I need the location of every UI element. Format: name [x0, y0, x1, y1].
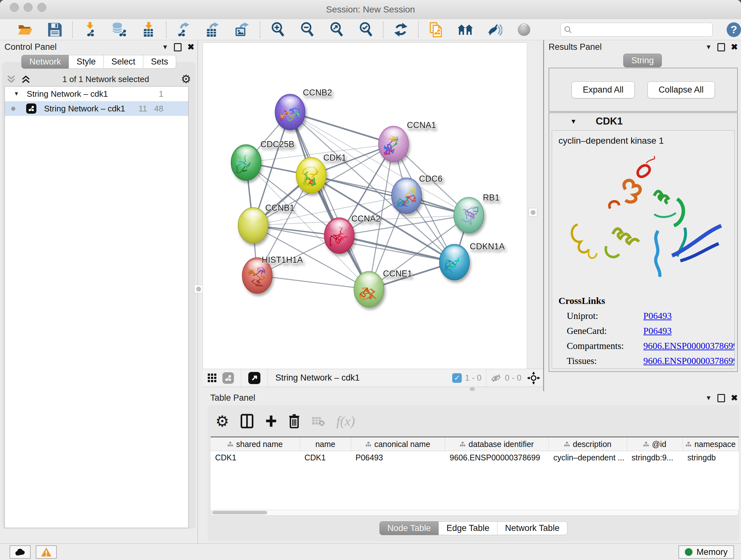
left-splitter-handle[interactable]: [194, 285, 203, 294]
search-input[interactable]: [575, 25, 709, 35]
memory-button[interactable]: Memory: [678, 545, 734, 559]
show-columns-icon[interactable]: [241, 414, 253, 428]
hide-graphics-details-icon[interactable]: [486, 21, 503, 38]
collection-expander-icon[interactable]: ▼: [14, 91, 19, 97]
export-table-icon[interactable]: [205, 21, 221, 38]
network-node-HIST1H1A[interactable]: HIST1H1A: [242, 255, 303, 294]
selected-checkbox-icon[interactable]: ✓: [452, 373, 462, 383]
search-box[interactable]: [560, 23, 713, 37]
network-collection-row[interactable]: ▼ String Network – cdk1 1: [5, 86, 188, 101]
tab-network[interactable]: Network: [21, 55, 69, 69]
export-image-icon[interactable]: [234, 21, 251, 38]
crosshair-navigate-icon[interactable]: [527, 372, 540, 384]
crosslink-link[interactable]: 9606.ENSP00000378699: [643, 341, 735, 351]
table-panel-close-icon[interactable]: ✖: [731, 393, 738, 403]
fit-selected-icon[interactable]: [248, 372, 260, 384]
zoom-in-icon[interactable]: [269, 21, 286, 38]
birds-eye-view-icon[interactable]: [207, 373, 217, 383]
import-network-icon[interactable]: [82, 21, 98, 38]
network-node-RB1[interactable]: RB1: [454, 193, 500, 233]
collapse-all-networks-icon[interactable]: [6, 75, 16, 84]
column-header-namespace[interactable]: namespace: [683, 437, 739, 451]
network-edge[interactable]: [339, 236, 455, 262]
column-header-canonical-name[interactable]: canonical name: [351, 437, 445, 451]
table-cell[interactable]: stringdb:9...: [627, 451, 683, 464]
zoom-fit-icon[interactable]: [328, 21, 345, 38]
create-column-icon[interactable]: [265, 415, 277, 428]
gene-section-header[interactable]: ▼ CDK1: [549, 113, 737, 130]
control-panel-menu-icon[interactable]: ▼: [162, 44, 168, 51]
expand-all-button[interactable]: Expand All: [571, 81, 635, 98]
network-edge[interactable]: [311, 175, 469, 215]
network-node-CCNA1[interactable]: CCNA1: [379, 120, 436, 162]
annotations-icon[interactable]: [428, 21, 444, 38]
tab-sets[interactable]: Sets: [143, 55, 176, 69]
import-table-icon[interactable]: [140, 21, 157, 38]
control-panel-float-icon[interactable]: [174, 43, 182, 51]
table-cell[interactable]: 9606.ENSP00000378699: [445, 451, 549, 464]
network-edge[interactable]: [290, 112, 394, 144]
network-overview-icon[interactable]: [457, 21, 474, 38]
horizontal-splitter-handle[interactable]: [470, 387, 475, 391]
network-node-CDKN1A[interactable]: CDKN1A: [440, 242, 505, 280]
network-node-CCNE1[interactable]: CCNE1: [354, 269, 412, 307]
show-graphics-details-icon[interactable]: [516, 21, 532, 38]
network-node-CDK1[interactable]: CDK1: [296, 153, 346, 193]
results-panel-float-icon[interactable]: [718, 43, 725, 51]
right-splitter-handle[interactable]: [529, 208, 537, 217]
crosslink-link[interactable]: P06493: [643, 326, 672, 336]
table-options-gear-icon[interactable]: ⚙: [215, 412, 229, 430]
table-cell[interactable]: CDK1: [300, 451, 351, 464]
results-panel-close-icon[interactable]: ✖: [731, 42, 738, 52]
import-network-from-database-icon[interactable]: [111, 21, 128, 38]
gene-expander-icon[interactable]: ▼: [570, 118, 577, 125]
network-edge[interactable]: [246, 163, 407, 196]
expand-all-networks-icon[interactable]: [21, 75, 30, 84]
column-header-name[interactable]: name: [300, 437, 351, 451]
crosslink-link[interactable]: P06493: [643, 311, 672, 321]
results-panel-menu-icon[interactable]: ▼: [705, 44, 712, 51]
save-session-icon[interactable]: [47, 21, 63, 38]
column-header-shared-name[interactable]: shared name: [211, 437, 300, 451]
help-button[interactable]: ?: [727, 22, 741, 37]
zoom-selected-icon[interactable]: [357, 21, 374, 38]
column-header-description[interactable]: description: [549, 437, 627, 451]
collapse-all-button[interactable]: Collapse All: [648, 81, 715, 98]
network-node-CCNB2[interactable]: CCNB2: [275, 88, 332, 130]
cloud-button[interactable]: [10, 545, 30, 559]
table-panel-float-icon[interactable]: [718, 394, 725, 402]
column-header-at-id[interactable]: @id: [627, 437, 683, 451]
node-table[interactable]: shared namenamecanonical namedatabase id…: [211, 436, 739, 510]
crosslink-link[interactable]: 9606.ENSP00000378699: [643, 356, 735, 366]
open-session-icon[interactable]: [17, 21, 34, 38]
delete-column-icon[interactable]: [288, 414, 300, 428]
export-network-icon[interactable]: [176, 21, 192, 38]
network-node-CCNB1[interactable]: CCNB1: [238, 203, 294, 243]
table-cell[interactable]: CDK1: [211, 451, 300, 464]
warnings-button[interactable]: [36, 545, 57, 559]
zoom-out-icon[interactable]: [299, 21, 315, 38]
network-node-CDC6[interactable]: CDC6: [392, 174, 443, 213]
tab-node-table[interactable]: Node Table: [380, 521, 439, 535]
table-cell[interactable]: stringdb: [683, 451, 739, 464]
tab-select[interactable]: Select: [104, 55, 143, 69]
network-canvas[interactable]: CCNB2CCNA1CDC25BCDK1CDC6RB1CCNB1CCNA2CDK…: [203, 43, 527, 369]
column-header-database-identifier[interactable]: database identifier: [445, 437, 549, 451]
tab-edge-table[interactable]: Edge Table: [439, 521, 497, 535]
apply-preferred-layout-icon[interactable]: [393, 21, 409, 38]
network-node-CDC25B[interactable]: CDC25B: [231, 139, 294, 180]
string-style-icon[interactable]: [222, 372, 234, 384]
table-cell[interactable]: cyclin–dependent ...: [549, 451, 627, 464]
scrollbar-thumb[interactable]: [212, 511, 267, 514]
network-row[interactable]: String Network – cdk1 11 48: [5, 101, 188, 116]
table-row[interactable]: CDK1CDK1P064939606.ENSP00000378699cyclin…: [211, 451, 739, 464]
table-panel-menu-icon[interactable]: ▼: [705, 394, 712, 401]
table-horizontal-scrollbar[interactable]: [211, 510, 739, 516]
tab-string[interactable]: String: [623, 54, 662, 67]
control-panel-close-icon[interactable]: ✖: [187, 42, 194, 52]
tab-style[interactable]: Style: [69, 55, 104, 69]
network-edge[interactable]: [257, 275, 369, 289]
network-options-gear-icon[interactable]: ⚙: [181, 73, 191, 85]
table-cell[interactable]: P06493: [351, 451, 445, 464]
tab-network-table[interactable]: Network Table: [497, 521, 568, 535]
